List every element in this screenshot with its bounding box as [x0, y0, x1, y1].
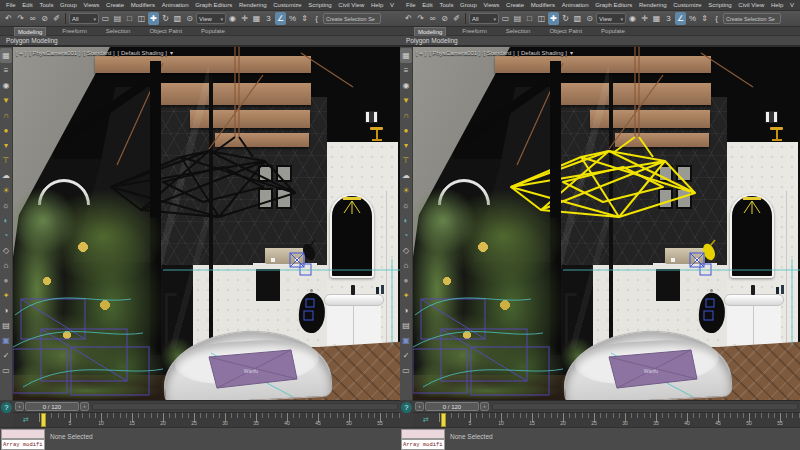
ribbon-tab[interactable]: Object Paint: [546, 27, 585, 36]
viewport-pov-menu[interactable]: [ + ]: [416, 50, 426, 56]
sphere-light-icon[interactable]: ●: [400, 123, 412, 138]
menu-item[interactable]: Group: [60, 2, 77, 8]
menu-item[interactable]: Create: [106, 2, 124, 8]
previous-frame-button[interactable]: ‹: [15, 402, 24, 411]
next-frame-button[interactable]: ›: [80, 402, 89, 411]
keyboard-shortcut-override-icon[interactable]: ▦: [251, 12, 262, 25]
menu-item[interactable]: Scripting: [308, 2, 331, 8]
menu-item[interactable]: Animation: [162, 2, 189, 8]
pendant-chandelier-wireframe[interactable]: [111, 137, 295, 217]
menu-item[interactable]: Tools: [39, 2, 53, 8]
select-by-name-icon[interactable]: ▤: [512, 12, 523, 25]
select-by-name-icon[interactable]: ▤: [112, 12, 123, 25]
menu-item[interactable]: Tools: [439, 2, 453, 8]
snaps-toggle-icon[interactable]: 3: [663, 12, 674, 25]
sphere-light-icon[interactable]: ●: [0, 123, 12, 138]
select-and-scale-icon[interactable]: ▧: [572, 12, 583, 25]
menu-item[interactable]: Modifiers: [131, 2, 155, 8]
redo-icon[interactable]: ↷: [15, 12, 26, 25]
angle-snap-toggle-icon[interactable]: ∠: [675, 12, 686, 25]
select-and-place-icon[interactable]: ⊙: [584, 12, 595, 25]
sun-light-icon[interactable]: ☀: [0, 183, 12, 198]
camera-icon[interactable]: ◉: [0, 78, 12, 93]
select-and-rotate-icon[interactable]: ↻: [560, 12, 571, 25]
select-and-move-icon[interactable]: ✚: [148, 12, 159, 25]
menu-item[interactable]: Rendering: [239, 2, 267, 8]
unlink-selection-icon[interactable]: ⊘: [39, 12, 50, 25]
maxscript-listener-field[interactable]: Array modifi: [401, 439, 445, 450]
select-and-manipulate-icon[interactable]: ✛: [239, 12, 250, 25]
menu-item[interactable]: Group: [460, 2, 477, 8]
percent-snap-toggle-icon[interactable]: %: [287, 12, 298, 25]
render-ball-icon[interactable]: ◑: [400, 303, 412, 318]
viewport-shading-menu[interactable]: [ Default Shading ]: [118, 50, 167, 56]
menu-item[interactable]: Graph Editors: [195, 2, 232, 8]
daylight-icon[interactable]: ☼: [0, 198, 12, 213]
ribbon-tab[interactable]: Object Paint: [146, 27, 185, 36]
named-selection-sets-icon[interactable]: {: [311, 12, 322, 25]
menu-item[interactable]: Civil View: [338, 2, 364, 8]
menu-item[interactable]: V: [390, 2, 394, 8]
menu-item[interactable]: Help: [771, 2, 783, 8]
macro-recorder-field[interactable]: [401, 429, 445, 439]
render-setup-icon[interactable]: ≡: [400, 63, 412, 78]
time-slider-track[interactable]: [492, 403, 798, 410]
rectangular-selection-region-icon[interactable]: □: [524, 12, 535, 25]
spinner-snap-toggle-icon[interactable]: ⇕: [299, 12, 310, 25]
current-frame-display[interactable]: 0 / 120: [425, 402, 479, 411]
select-and-link-icon[interactable]: ∞: [427, 12, 438, 25]
menu-item[interactable]: Edit: [422, 2, 432, 8]
reference-coordinate-dropdown[interactable]: View▾: [596, 13, 626, 24]
light-lister-icon[interactable]: ▼: [0, 93, 12, 108]
ribbon-tab[interactable]: Populate: [598, 27, 628, 36]
layers-icon[interactable]: ▤: [0, 318, 12, 333]
window-crossing-icon[interactable]: ◫: [536, 12, 547, 25]
viewport-style-menu[interactable]: [ Standard ]: [484, 50, 515, 56]
menu-item[interactable]: Help: [371, 2, 383, 8]
menu-item[interactable]: Views: [483, 2, 499, 8]
render-setup-icon[interactable]: ≡: [0, 63, 12, 78]
menu-item[interactable]: Scripting: [708, 2, 731, 8]
snaps-toggle-icon[interactable]: 3: [263, 12, 274, 25]
ribbon-tab[interactable]: Selection: [103, 27, 134, 36]
previous-frame-button[interactable]: ‹: [415, 402, 424, 411]
environment-icon[interactable]: ⌂: [0, 258, 12, 273]
menu-item[interactable]: Customize: [673, 2, 701, 8]
spinner-snap-toggle-icon[interactable]: ⇕: [699, 12, 710, 25]
frame-buffer-icon[interactable]: ▭: [0, 363, 12, 378]
current-frame-display[interactable]: 0 / 120: [25, 402, 79, 411]
sun-light-icon[interactable]: ☀: [400, 183, 412, 198]
ies-light-icon[interactable]: ☁: [0, 168, 12, 183]
pendant-chandelier-wireframe[interactable]: [511, 137, 695, 217]
named-selection-set-input[interactable]: Create Selection Se: [323, 13, 381, 24]
menu-item[interactable]: Modifiers: [531, 2, 555, 8]
plane-light-icon[interactable]: ⊤: [0, 153, 12, 168]
light-filter-icon[interactable]: ▾: [0, 138, 12, 153]
undo-icon[interactable]: ↶: [3, 12, 14, 25]
exposure-icon[interactable]: ◔: [400, 228, 412, 243]
percent-snap-toggle-icon[interactable]: %: [687, 12, 698, 25]
time-marker[interactable]: [41, 413, 46, 427]
menu-item[interactable]: Views: [83, 2, 99, 8]
wall-lamp-shade[interactable]: [301, 242, 318, 262]
maxscript-listener-field[interactable]: Array modifi: [1, 439, 45, 450]
viewport-style-menu[interactable]: [ Standard ]: [84, 50, 115, 56]
rectangular-selection-region-icon[interactable]: □: [124, 12, 135, 25]
ies-light-icon[interactable]: ☁: [400, 168, 412, 183]
keyboard-shortcut-override-icon[interactable]: ▦: [651, 12, 662, 25]
proxy-box-icon[interactable]: ▣: [0, 333, 12, 348]
bind-to-space-warp-icon[interactable]: ✐: [451, 12, 462, 25]
reference-coordinate-dropdown[interactable]: View▾: [196, 13, 226, 24]
key-filter-icon[interactable]: ⇄: [413, 413, 439, 427]
select-object-icon[interactable]: ▭: [500, 12, 511, 25]
unlink-selection-icon[interactable]: ⊘: [439, 12, 450, 25]
menu-item[interactable]: File: [406, 2, 416, 8]
material-sphere-icon[interactable]: ●: [0, 273, 12, 288]
ribbon-panel-header[interactable]: Polygon Modeling: [400, 36, 800, 46]
daylight-icon[interactable]: ☼: [400, 198, 412, 213]
proxy-box-icon[interactable]: ▣: [400, 333, 412, 348]
macro-recorder-field[interactable]: [1, 429, 45, 439]
per-view-filter-icon[interactable]: ▾: [570, 49, 573, 56]
environment-icon[interactable]: ⌂: [400, 258, 412, 273]
selection-filter-dropdown[interactable]: All▾: [69, 13, 99, 24]
